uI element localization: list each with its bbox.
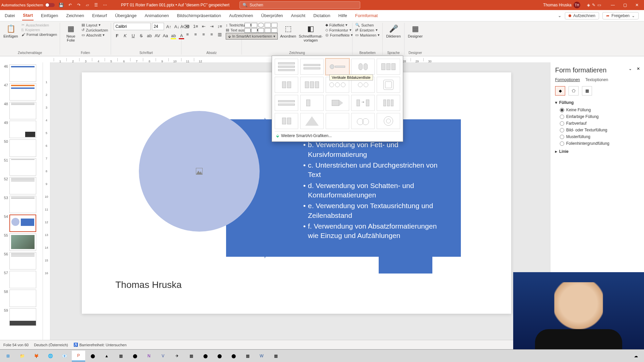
radio-slide-bg[interactable]	[560, 141, 564, 146]
thumbnail[interactable]	[9, 64, 36, 82]
small-rectangle-shape[interactable]	[379, 251, 432, 274]
align-center-icon[interactable]: ≡	[192, 31, 199, 38]
windows-taskbar[interactable]: ⊞ 📁 🦊 🌐 📧 P ⬤ ▲ ▦ ⬤ N V ✈ ▦ ⬤ ⬤ ⬤ ▦ W ▦ …	[0, 349, 644, 362]
taskbar-app-icon[interactable]: ▦	[269, 351, 282, 361]
qat-more-icon[interactable]: ⋯	[102, 2, 108, 8]
user-account[interactable]: Thomas Hruska TH	[543, 2, 580, 8]
search-box[interactable]: 🔍	[239, 1, 360, 9]
tab-uebergaenge[interactable]: Übergänge	[114, 11, 137, 20]
diamond-icon[interactable]: ◈	[586, 2, 591, 8]
radio-picture[interactable]	[560, 128, 564, 132]
maximize-button[interactable]: ▢	[619, 2, 631, 8]
columns-icon[interactable]: ▥	[216, 31, 223, 38]
radio-pattern[interactable]	[560, 135, 564, 139]
fill-option[interactable]: Einfarbige Füllung	[560, 114, 639, 119]
effects-category-icon[interactable]: ⬠	[569, 86, 579, 96]
radio-no-fill[interactable]	[560, 108, 564, 112]
form-effects-button[interactable]: ◎ Formeffekte ▾	[325, 33, 353, 37]
fill-section-header[interactable]: ▾ Füllung	[555, 100, 639, 105]
share-button[interactable]: ➦Freigeben⌄	[602, 12, 639, 19]
taskbar-app-icon[interactable]: ⬤	[86, 351, 99, 361]
tab-bildschirm[interactable]: Bildschirmpräsentation	[176, 11, 222, 20]
thumbnail[interactable]	[9, 233, 36, 251]
search-input[interactable]	[250, 3, 357, 7]
taskbar-word-icon[interactable]: W	[255, 351, 268, 361]
indent-inc-icon[interactable]: ⇥	[208, 23, 215, 29]
tab-datei[interactable]: Datei	[4, 11, 15, 20]
justify-icon[interactable]: ≡	[208, 31, 215, 38]
bullets-icon[interactable]: •≡	[184, 23, 191, 29]
vertical-ruler[interactable]: 1 2 3 4 5 6 7 8 9 10 11 12 13 14 15 16	[43, 62, 50, 340]
coming-soon-icon[interactable]: ✎	[591, 2, 596, 8]
numbering-icon[interactable]: 1≡	[192, 23, 199, 29]
slide-thumbnails[interactable]: 46 47 48 49 50 51 52 53 54 55 56 57 58 5…	[0, 62, 43, 340]
present-icon[interactable]: ▭	[596, 2, 602, 8]
line-section-header[interactable]: ▸ Linie	[555, 149, 639, 154]
taskbar-chrome-icon[interactable]: 🌐	[44, 351, 57, 361]
thumbnail[interactable]	[9, 177, 36, 194]
tab-dictation[interactable]: Dictation	[313, 11, 331, 20]
record-button[interactable]: Aufzeichnen	[565, 12, 599, 19]
taskbar-visio-icon[interactable]: V	[156, 351, 170, 361]
taskbar-app-icon[interactable]: ⬤	[213, 351, 226, 361]
collapse-ribbon-icon[interactable]: ⌄	[558, 13, 561, 18]
tab-ueberpruefen[interactable]: Überprüfen	[261, 11, 284, 20]
smartart-option[interactable]: →	[351, 95, 375, 111]
fill-option[interactable]: Keine Füllung	[560, 108, 639, 112]
smartart-option[interactable]	[275, 95, 298, 111]
layout-button[interactable]: ▤Layout ▾	[82, 23, 108, 27]
present-start-icon[interactable]: ▱	[85, 2, 90, 8]
spacing-icon[interactable]: AV	[154, 32, 161, 39]
smartart-option[interactable]	[351, 59, 375, 75]
form-outline-button[interactable]: ◇ Formkontur ▾	[325, 28, 353, 32]
minimize-button[interactable]: —	[607, 2, 619, 8]
grow-font-icon[interactable]: A↑	[165, 23, 172, 30]
tab-animationen[interactable]: Animationen	[144, 11, 169, 20]
thumbnail[interactable]	[9, 271, 36, 288]
smartart-option[interactable]	[300, 95, 324, 111]
quick-styles-button[interactable]: ◧Schnellformat-vorlagen	[299, 23, 323, 42]
smartart-option[interactable]	[377, 77, 400, 93]
shape-brace-icon[interactable]	[251, 28, 257, 33]
shadow-icon[interactable]: ab	[146, 32, 153, 39]
smartart-option[interactable]	[275, 77, 298, 93]
slide-canvas-area[interactable]: 1 2 3 4 5 6 7 8 9 10 11 12 13 14 15 16 S…	[43, 62, 550, 340]
section-button[interactable]: ▭Abschnitt ▾	[82, 33, 108, 37]
author-text[interactable]: Thomas Hruska	[115, 280, 182, 290]
taskbar-app-icon[interactable]: ⬤	[199, 351, 212, 361]
taskbar-onenote-icon[interactable]: N	[142, 351, 156, 361]
fill-effect-button[interactable]: ◆ Fülleffekt ▾	[325, 23, 353, 27]
line-spacing-icon[interactable]: ↕≡	[216, 23, 223, 29]
autosave-toggle[interactable]: Automatisches Speichern	[1, 3, 55, 7]
underline-icon[interactable]: U	[130, 32, 137, 39]
taskbar-app-icon[interactable]: ⬤	[227, 351, 240, 361]
designer-button[interactable]: ▦Designer	[407, 23, 423, 38]
arrange-button[interactable]: ⬚Anordnen	[280, 23, 296, 38]
thumbnail[interactable]	[9, 158, 36, 176]
align-right-icon[interactable]: ≡	[200, 31, 207, 38]
replace-button[interactable]: ⇄ Ersetzen ▾	[355, 28, 380, 32]
document-title[interactable]: PPT 01 Roter Faden 001.pptx • Auf "diese…	[121, 3, 229, 7]
tab-formformat[interactable]: Formformat	[355, 11, 378, 20]
fill-option[interactable]: Farbverlauf	[560, 121, 639, 126]
case-icon[interactable]: Aa	[162, 32, 169, 39]
align-left-icon[interactable]: ≡	[184, 31, 191, 38]
smartart-option[interactable]	[300, 77, 324, 93]
thumbnail[interactable]	[9, 196, 36, 213]
shape-line-icon[interactable]	[245, 23, 251, 27]
fill-option[interactable]: Folienhintergrundfüllung	[560, 141, 639, 146]
tab-zeichnen[interactable]: Zeichnen	[65, 11, 85, 20]
fill-option[interactable]: Musterfüllung	[560, 134, 639, 139]
smartart-option[interactable]	[300, 59, 324, 75]
tab-hilfe[interactable]: Hilfe	[338, 11, 348, 20]
accessibility-button[interactable]: ♿ Barrierefreiheit: Untersuchen	[73, 343, 127, 347]
highlight-icon[interactable]: ab	[170, 32, 177, 39]
smartart-option[interactable]	[377, 95, 400, 111]
taskbar-powerpoint-icon[interactable]: P	[72, 351, 85, 361]
thumbnail[interactable]	[9, 290, 36, 307]
taskbar-vlc-icon[interactable]: ▲	[100, 351, 113, 361]
paste-button[interactable]: 📋Einfügen	[3, 23, 19, 38]
picture-placeholder-circle[interactable]	[139, 111, 260, 232]
thumbnail-selected[interactable]	[9, 215, 36, 232]
shape-more-icon[interactable]	[271, 28, 277, 33]
